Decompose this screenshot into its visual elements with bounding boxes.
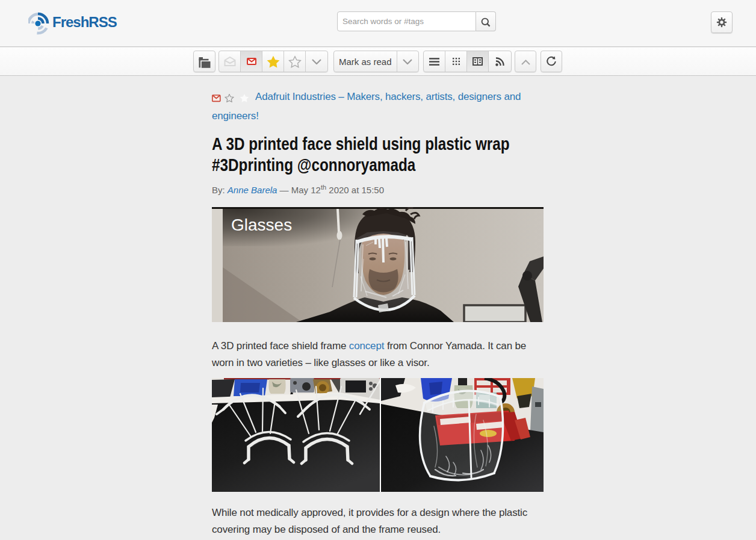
svg-text:Glasses: Glasses: [231, 216, 292, 234]
